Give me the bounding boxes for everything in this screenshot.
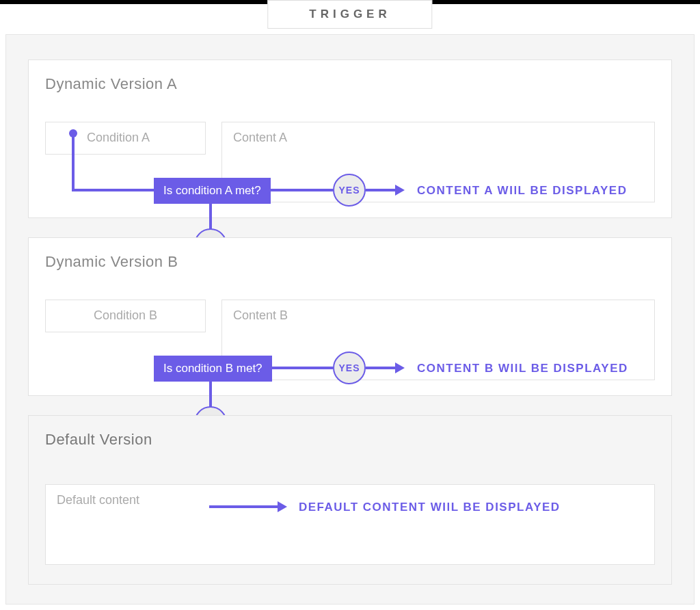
content-a-label: Content A — [233, 131, 287, 144]
connector — [209, 505, 279, 508]
question-b: Is condition B met? — [154, 356, 272, 382]
arrow-right-icon — [395, 362, 405, 373]
default-content-box: Default content — [45, 484, 655, 565]
diagram-canvas: Dynamic Version A Condition A Content A … — [5, 34, 695, 605]
connector — [268, 189, 333, 191]
yes-badge-a: YES — [333, 174, 366, 207]
connector — [72, 137, 75, 191]
condition-b-label: Condition B — [94, 308, 157, 322]
content-b-label: Content B — [233, 308, 288, 322]
outcome-b: CONTENT B WIlL BE DISPLAYED — [417, 362, 628, 375]
condition-b-box: Condition B — [45, 300, 206, 332]
panel-dynamic-a: Dynamic Version A Condition A Content A … — [28, 59, 672, 218]
outcome-a: CONTENT A WIlL BE DISPLAYED — [417, 184, 628, 198]
panel-dynamic-b: Dynamic Version B Condition B Content B … — [28, 237, 672, 396]
outcome-default: DEFAULT CONTENT WIlL BE DISPLAYED — [299, 501, 561, 514]
yes-badge-b: YES — [333, 352, 366, 384]
panel-b-title: Dynamic Version B — [45, 253, 178, 271]
default-content-label: Default content — [57, 493, 139, 507]
connector — [72, 189, 154, 191]
connector — [268, 367, 333, 369]
question-a: Is condition A met? — [154, 178, 271, 204]
panel-default-title: Default Version — [45, 431, 152, 449]
panel-default: Default Version Default content — [28, 415, 672, 585]
arrow-right-icon — [278, 501, 287, 512]
arrow-right-icon — [395, 185, 405, 196]
condition-a-box: Condition A — [45, 122, 206, 155]
connector — [366, 367, 396, 369]
condition-a-label: Condition A — [87, 131, 150, 144]
connector — [366, 189, 396, 191]
panel-a-title: Dynamic Version A — [45, 75, 177, 93]
trigger-badge: TRIGGER — [267, 0, 432, 29]
